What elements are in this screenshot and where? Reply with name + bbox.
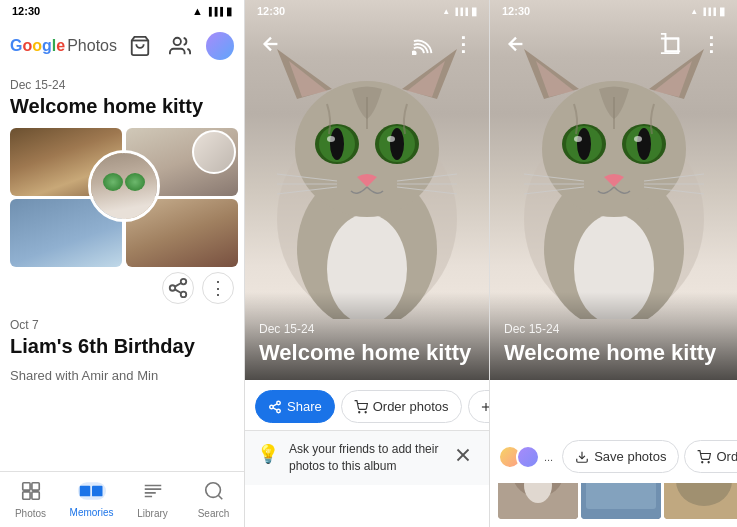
tip-text-2: Ask your friends to add their photos to … <box>289 441 439 475</box>
photos-nav-label: Photos <box>15 508 46 519</box>
memories-nav-label: Memories <box>70 507 114 518</box>
order-label-3: Order photos <box>716 449 737 464</box>
order-btn-2[interactable]: Order photos <box>341 390 462 423</box>
status-bar-1: 12:30 ▲ ▐▐▐ ▮ <box>0 0 244 22</box>
phone-2: 12:30 ▲ ▐▐▐ ▮ ⋮ <box>245 0 490 527</box>
cast-btn[interactable] <box>409 30 437 58</box>
wifi-icon-3: ▲ <box>690 7 698 16</box>
library-nav-label: Library <box>137 508 168 519</box>
photo-overlay-text-3: Dec 15-24 Welcome home kitty <box>490 292 737 380</box>
svg-point-45 <box>358 411 359 412</box>
crop-btn[interactable] <box>657 30 685 58</box>
more-action-btn[interactable]: ⋮ <box>202 272 234 304</box>
signal-icon: ▐▐▐ <box>206 7 223 16</box>
wifi-icon-2: ▲ <box>442 7 450 16</box>
share-label-2: Share <box>287 399 322 414</box>
svg-rect-52 <box>666 39 679 52</box>
top-right-actions: ⋮ <box>409 30 477 58</box>
app-bar-actions-1 <box>126 32 234 60</box>
album-2-title: Liam's 6th Birthday <box>10 335 234 358</box>
action-bar-2: Share Order photos Ad... <box>245 380 489 433</box>
share-action-btn[interactable] <box>162 272 194 304</box>
svg-point-3 <box>170 285 176 291</box>
overlay-title-3: Welcome home kitty <box>504 340 723 366</box>
circle-overlay-photo[interactable] <box>192 130 236 174</box>
battery-icon-2: ▮ <box>471 5 477 18</box>
tip-bar-2: 💡 Ask your friends to add their photos t… <box>245 430 489 485</box>
share-btn-2[interactable]: Share <box>255 390 335 423</box>
svg-point-40 <box>277 401 281 405</box>
time-3: 12:30 <box>502 5 530 17</box>
status-icons-2: ▲ ▐▐▐ ▮ <box>442 5 477 18</box>
content-area-1: Dec 15-24 Welcome home kitty <box>0 70 244 471</box>
svg-point-77 <box>709 461 710 462</box>
google-logo: Google Photos <box>10 37 117 55</box>
avatar-list <box>498 445 540 469</box>
svg-point-32 <box>390 128 404 160</box>
order-btn-3[interactable]: Order photos <box>684 440 737 473</box>
save-btn-3[interactable]: Save photos <box>562 440 679 473</box>
grid-actions-1: ⋮ <box>10 272 234 304</box>
svg-point-33 <box>387 136 395 142</box>
signal-icon-3: ▐▐▐ <box>701 8 716 15</box>
photo-grid-1[interactable] <box>10 128 238 268</box>
svg-point-17 <box>412 51 416 55</box>
wifi-icon: ▲ <box>192 5 203 17</box>
svg-point-41 <box>270 405 274 409</box>
battery-icon: ▮ <box>226 5 232 18</box>
svg-point-46 <box>365 411 366 412</box>
nav-library[interactable]: Library <box>122 472 183 527</box>
album-1-date: Dec 15-24 <box>10 78 234 92</box>
svg-rect-7 <box>22 483 29 490</box>
back-bar-2: ⋮ <box>245 22 489 66</box>
bulb-icon: 💡 <box>257 443 279 465</box>
svg-rect-13 <box>92 486 103 497</box>
svg-point-14 <box>205 483 220 498</box>
status-bar-3: 12:30 ▲ ▐▐▐ ▮ <box>490 0 737 22</box>
back-btn-2[interactable] <box>257 30 285 58</box>
app-bar-1: Google Photos <box>0 22 244 70</box>
svg-rect-10 <box>31 492 38 499</box>
grid-photo-circle[interactable] <box>88 150 160 222</box>
top-right-actions-3: ⋮ <box>657 30 725 58</box>
svg-point-64 <box>574 136 582 142</box>
status-icons-1: ▲ ▐▐▐ ▮ <box>192 5 232 18</box>
back-bar-3: ⋮ <box>490 22 737 66</box>
svg-rect-9 <box>22 492 29 499</box>
overlay-date-3: Dec 15-24 <box>504 322 723 336</box>
svg-rect-12 <box>79 486 90 497</box>
action-bar-3: ... Save photos Order photos <box>490 430 737 483</box>
album-1-section: Dec 15-24 Welcome home kitty <box>10 78 234 304</box>
avatar-contributor-2 <box>516 445 540 469</box>
close-tip-btn[interactable] <box>449 441 477 469</box>
tip-text-content: Ask your friends to add their photos to … <box>289 442 438 473</box>
svg-point-29 <box>327 136 335 142</box>
back-btn-3[interactable] <box>502 30 530 58</box>
bottom-nav-1: Photos Memories Library <box>0 471 244 527</box>
photo-overlay-text-2: Dec 15-24 Welcome home kitty <box>245 292 489 380</box>
nav-photos[interactable]: Photos <box>0 472 61 527</box>
status-icons-3: ▲ ▐▐▐ ▮ <box>690 5 725 18</box>
add-btn-2[interactable]: Ad... <box>468 390 490 423</box>
more-btn-2[interactable]: ⋮ <box>449 30 477 58</box>
avatar-1[interactable] <box>206 32 234 60</box>
photos-icon <box>20 480 42 506</box>
save-label-3: Save photos <box>594 449 666 464</box>
nav-memories[interactable]: Memories <box>61 472 122 527</box>
svg-point-68 <box>634 136 642 142</box>
svg-point-4 <box>181 292 187 298</box>
library-icon <box>142 480 164 506</box>
svg-line-15 <box>218 495 222 499</box>
people-icon-btn[interactable] <box>166 32 194 60</box>
svg-point-67 <box>637 128 651 160</box>
nav-search[interactable]: Search <box>183 472 244 527</box>
photos-text: Photos <box>67 37 117 55</box>
album-2-section: Oct 7 Liam's 6th Birthday Shared with Am… <box>10 318 234 383</box>
svg-point-28 <box>330 128 344 160</box>
album-2-date: Oct 7 <box>10 318 234 332</box>
shop-icon-btn[interactable] <box>126 32 154 60</box>
time-2: 12:30 <box>257 5 285 17</box>
more-btn-3[interactable]: ⋮ <box>697 30 725 58</box>
svg-line-44 <box>273 403 277 405</box>
search-nav-label: Search <box>198 508 230 519</box>
